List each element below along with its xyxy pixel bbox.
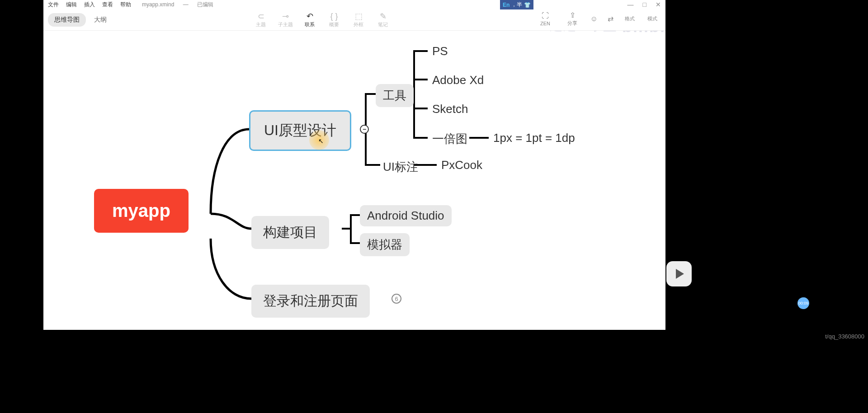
leaf-ps[interactable]: PS (428, 42, 453, 60)
shirt-icon: 👕 (524, 2, 531, 8)
window-minimize[interactable]: — (627, 1, 634, 8)
window-controls: — □ ✕ (627, 1, 661, 8)
tool-boundary[interactable]: ⬚外框 (346, 11, 371, 28)
tool-topic[interactable]: ⊂主题 (249, 11, 273, 28)
watermark-2: bilibili (622, 31, 665, 36)
play-button[interactable] (666, 261, 692, 286)
node-tools[interactable]: 工具 (376, 84, 414, 107)
connector-lines (43, 31, 665, 329)
branch-ui-design[interactable]: UI原型设计 (249, 110, 351, 151)
ime-mode: ，半 (511, 1, 522, 9)
node-annotation[interactable]: UI标注 (376, 155, 425, 178)
menu-insert[interactable]: 插入 (84, 1, 95, 9)
view-switch: 思维导图 大纲 (48, 13, 113, 27)
boundary-icon: ⬚ (355, 11, 363, 21)
root-node[interactable]: myapp (94, 189, 189, 233)
tool-group: ⊂主题 ⊸子主题 ↶联系 { }概要 ⬚外框 ✎笔记 (249, 11, 395, 28)
ime-indicator[interactable]: En ，半 👕 (500, 0, 533, 9)
watermark-1: 远远IT学堂 (550, 31, 617, 34)
view-mindmap[interactable]: 思维导图 (48, 13, 86, 27)
topic-icon: ⊂ (258, 11, 264, 21)
subtopic-icon: ⊸ (282, 11, 289, 21)
relationship-icon: ↶ (307, 11, 313, 21)
zen-button[interactable]: ⛶ZEN (534, 12, 556, 26)
leaf-adobexd[interactable]: Adobe Xd (428, 71, 488, 89)
document-title: myapp.xmind — 已编辑 (142, 1, 221, 9)
branch-build-project[interactable]: 构建项目 (251, 216, 329, 249)
leaf-onex[interactable]: 一倍图 (428, 129, 472, 149)
collapse-toggle[interactable]: − (360, 125, 369, 134)
menu-help[interactable]: 帮助 (120, 1, 131, 9)
menubar: 文件 编辑 插入 查看 帮助 myapp.xmind — 已编辑 (43, 0, 665, 9)
share-button[interactable]: ⇪分享 (561, 11, 583, 27)
menu-edit[interactable]: 编辑 (66, 1, 77, 9)
app-window: 文件 编辑 插入 查看 帮助 myapp.xmind — 已编辑 En ，半 👕… (43, 0, 665, 330)
source-url: t/qq_33608000 (825, 333, 864, 340)
sliders-button[interactable]: ⇄ (605, 14, 616, 24)
format-button[interactable]: 格式 (621, 15, 638, 22)
tool-summary[interactable]: { }概要 (322, 11, 346, 28)
leaf-android-studio[interactable]: Android Studio (360, 205, 452, 226)
leaf-px-equality[interactable]: 1px = 1pt = 1dp (489, 129, 580, 147)
branch-login-register[interactable]: 登录和注册页面 (251, 285, 370, 318)
window-maximize[interactable]: □ (643, 1, 646, 8)
ime-lang: En (503, 2, 509, 8)
emoji-button[interactable]: ☺ (589, 14, 599, 24)
timer-badge: 00:09 (797, 297, 809, 309)
sliders-icon: ⇄ (608, 14, 613, 23)
tool-note[interactable]: ✎笔记 (371, 11, 395, 28)
mode-button[interactable]: 模式 (644, 15, 661, 22)
window-close[interactable]: ✕ (656, 1, 661, 8)
menu-file[interactable]: 文件 (48, 1, 59, 9)
right-toolbar: ⛶ZEN ⇪分享 ☺ ⇄ 格式 模式 (534, 11, 661, 27)
tool-subtopic[interactable]: ⊸子主题 (273, 11, 297, 28)
smiley-icon: ☺ (590, 15, 598, 23)
summary-icon: { } (330, 11, 338, 21)
mindmap-canvas[interactable]: myapp UI原型设计 − 工具 PS Adobe Xd Sketch 一倍图… (43, 31, 665, 329)
leaf-pxcook[interactable]: PxCook (437, 156, 487, 174)
share-icon: ⇪ (570, 11, 576, 20)
note-icon: ✎ (380, 11, 387, 21)
leaf-emulator[interactable]: 模拟器 (360, 233, 410, 256)
menu-view[interactable]: 查看 (102, 1, 113, 9)
zen-icon: ⛶ (542, 12, 549, 21)
tool-relationship[interactable]: ↶联系 (297, 11, 322, 28)
view-outline[interactable]: 大纲 (88, 13, 113, 27)
video-footer (0, 332, 868, 413)
leaf-sketch[interactable]: Sketch (428, 100, 473, 118)
child-count-badge[interactable]: 6 (392, 294, 401, 304)
